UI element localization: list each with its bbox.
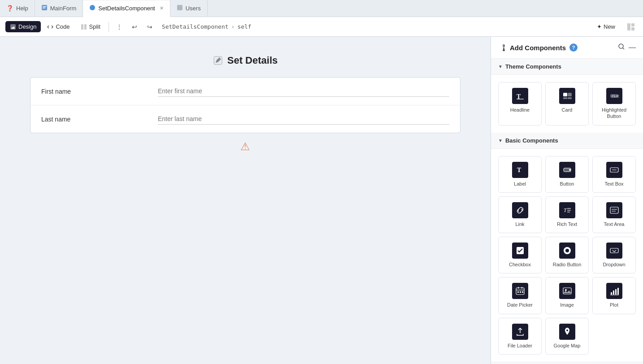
- component-richtext[interactable]: T Rich Text: [545, 196, 589, 233]
- toolbar-divider-1: [109, 22, 109, 32]
- plot-icon: [606, 283, 622, 299]
- svg-rect-51: [615, 289, 617, 295]
- new-button[interactable]: ✦ New: [591, 21, 621, 32]
- checkbox-icon: [512, 243, 528, 259]
- googlemap-icon: [559, 324, 575, 340]
- svg-rect-1: [43, 6, 46, 7]
- svg-rect-2: [43, 8, 45, 9]
- toolbar: Design Code Split ⋮ ↩ ↪ SetDetailsCompon…: [0, 17, 643, 37]
- component-datepicker[interactable]: Date Picker: [498, 277, 542, 314]
- svg-rect-40: [516, 288, 524, 295]
- textarea-icon: [606, 202, 622, 218]
- theme-chevron-icon: ▼: [498, 64, 503, 69]
- svg-text:CLICK: CLICK: [612, 94, 619, 98]
- panel-header: Add Components ? —: [491, 37, 643, 59]
- layout-toggle-button[interactable]: [624, 20, 638, 34]
- right-panel: Add Components ? — ▼ Theme Components T …: [491, 37, 643, 364]
- dropdown-icon: [606, 243, 622, 259]
- component-plot[interactable]: Plot: [592, 277, 636, 314]
- more-options-button[interactable]: ⋮: [113, 20, 126, 34]
- basic-components-grid: T Label Button Text Box: [491, 149, 643, 362]
- basic-section-header[interactable]: ▼ Basic Components: [491, 133, 643, 149]
- radio-icon: [559, 243, 575, 259]
- panel-actions: —: [618, 43, 636, 52]
- tab-mainform[interactable]: MainForm: [35, 0, 83, 17]
- input-lastname[interactable]: [158, 113, 449, 125]
- label-firstname: First name: [41, 88, 158, 95]
- component-label[interactable]: T Label: [498, 156, 542, 193]
- textbox-icon: [606, 162, 622, 178]
- datepicker-icon: [512, 283, 528, 299]
- mainform-tab-icon: [41, 4, 48, 12]
- component-button[interactable]: Button: [545, 156, 589, 193]
- help-badge[interactable]: ?: [569, 43, 578, 52]
- svg-text:T: T: [564, 207, 567, 213]
- help-tab-icon: ❓: [6, 5, 13, 12]
- component-fileloader[interactable]: File Loader: [498, 318, 542, 355]
- link-icon: [512, 202, 528, 218]
- warning-area: ⚠: [233, 133, 257, 160]
- tab-bar: ❓ Help MainForm SetDetailsComponent ✕ Us…: [0, 0, 643, 17]
- component-radio[interactable]: Radio Button: [545, 237, 589, 273]
- svg-point-26: [569, 169, 571, 171]
- svg-rect-19: [563, 97, 567, 99]
- design-button[interactable]: Design: [5, 21, 41, 32]
- svg-rect-52: [617, 288, 619, 295]
- tab-close-setdetails[interactable]: ✕: [160, 5, 164, 11]
- split-button[interactable]: Split: [76, 21, 105, 32]
- component-googlemap[interactable]: Google Map: [545, 318, 589, 355]
- richtext-icon: T: [559, 202, 575, 218]
- headline-icon: T: [512, 88, 528, 104]
- edit-icon: [213, 56, 223, 65]
- component-highlighted-button[interactable]: CLICK Highlighted Button: [592, 82, 636, 126]
- svg-rect-20: [568, 97, 572, 99]
- label-icon: T: [512, 162, 528, 178]
- setdetails-tab-icon: [89, 4, 96, 12]
- svg-rect-18: [568, 93, 572, 96]
- highlighted-button-icon: CLICK: [606, 88, 622, 104]
- component-card[interactable]: Card: [545, 82, 589, 126]
- svg-rect-9: [631, 23, 634, 26]
- undo-button[interactable]: ↩: [128, 20, 141, 34]
- tab-setdetails[interactable]: SetDetailsComponent ✕: [83, 0, 170, 17]
- svg-point-54: [566, 329, 568, 331]
- svg-rect-4: [177, 5, 182, 10]
- fileloader-icon: [512, 324, 528, 340]
- svg-rect-50: [613, 290, 614, 295]
- svg-rect-8: [627, 23, 630, 30]
- svg-rect-49: [611, 292, 612, 295]
- card-icon: [559, 88, 575, 104]
- component-textarea[interactable]: Text Area: [592, 196, 636, 233]
- image-icon: [559, 283, 575, 299]
- label-lastname: Last name: [41, 116, 158, 123]
- code-button[interactable]: Code: [43, 21, 74, 32]
- svg-rect-46: [522, 291, 523, 293]
- input-firstname[interactable]: [158, 86, 449, 97]
- page-title: Set Details: [227, 55, 278, 66]
- component-dropdown[interactable]: Dropdown: [592, 237, 636, 273]
- svg-rect-10: [631, 27, 634, 30]
- theme-section-header[interactable]: ▼ Theme Components: [491, 59, 643, 75]
- svg-rect-33: [610, 207, 618, 213]
- search-button[interactable]: [618, 43, 625, 52]
- canvas: Set Details First name Last name ⚠: [0, 37, 491, 364]
- svg-point-14: [619, 44, 623, 48]
- collapse-button[interactable]: —: [629, 43, 636, 52]
- more-section-header[interactable]: ▼ More Components: [491, 362, 643, 364]
- basic-chevron-icon: ▼: [498, 138, 503, 143]
- tab-help[interactable]: ❓ Help: [0, 0, 35, 17]
- component-checkbox[interactable]: Checkbox: [498, 237, 542, 273]
- component-image[interactable]: Image: [545, 277, 589, 314]
- svg-point-38: [565, 249, 569, 252]
- form-card: First name Last name: [30, 77, 461, 133]
- warning-icon: ⚠: [240, 140, 250, 153]
- panel-title: Add Components ?: [498, 43, 578, 52]
- component-headline[interactable]: T Headline: [498, 82, 542, 126]
- svg-rect-5: [10, 24, 16, 30]
- svg-point-3: [90, 5, 95, 10]
- component-textbox[interactable]: Text Box: [592, 156, 636, 193]
- component-link[interactable]: Link: [498, 196, 542, 233]
- tab-users[interactable]: Users: [170, 0, 208, 17]
- redo-button[interactable]: ↪: [143, 20, 156, 34]
- svg-rect-17: [563, 93, 567, 96]
